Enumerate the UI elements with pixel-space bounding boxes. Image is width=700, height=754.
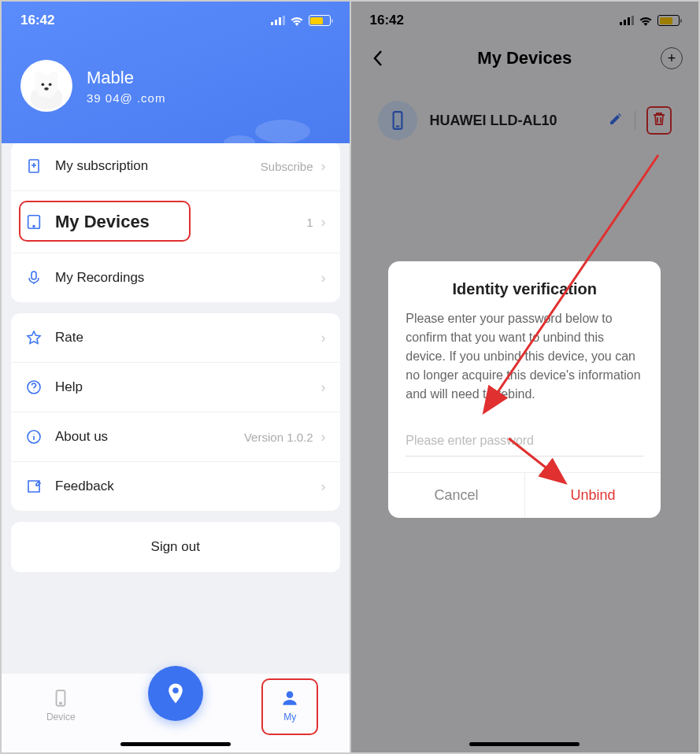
info-icon: [25, 428, 43, 445]
menu-label: Help: [55, 379, 321, 395]
screen-profile: 16:42 Mable 39 04@ .com: [2, 2, 351, 752]
menu-feedback[interactable]: Feedback ›: [11, 462, 340, 511]
device-count: 1: [306, 216, 313, 229]
menu-help[interactable]: Help ›: [11, 363, 340, 412]
cancel-button[interactable]: Cancel: [388, 473, 525, 518]
profile-email: 39 04@ .com: [87, 91, 165, 105]
svg-point-19: [172, 688, 179, 694]
menu-about[interactable]: About us Version 1.0.2 ›: [11, 412, 340, 462]
chevron-right-icon: ›: [321, 479, 326, 495]
unbind-button[interactable]: Unbind: [525, 473, 661, 518]
screen-devices: 16:42 My Devices + HUAWEI LLD-AL10 Ident…: [351, 2, 699, 752]
chevron-right-icon: ›: [321, 270, 326, 286]
svg-point-10: [44, 87, 49, 91]
svg-point-6: [35, 71, 43, 79]
chevron-right-icon: ›: [321, 214, 326, 231]
battery-icon: [309, 15, 331, 26]
avatar: [20, 60, 72, 112]
chevron-right-icon: ›: [321, 158, 326, 175]
help-icon: [25, 379, 43, 396]
header: 16:42 Mable 39 04@ .com: [2, 2, 350, 143]
status-bar: 16:42: [2, 2, 350, 36]
menu-extra: Subscribe: [261, 160, 313, 173]
menu-rate[interactable]: Rate ›: [11, 313, 340, 363]
pin-icon: [164, 682, 187, 705]
menu-recordings[interactable]: My Recordings ›: [11, 253, 340, 302]
svg-rect-0: [271, 22, 273, 25]
menu-label: My Recordings: [55, 270, 321, 286]
person-icon: [280, 688, 300, 708]
dialog-body: Please enter your password below to conf…: [388, 309, 661, 420]
svg-point-20: [287, 691, 294, 698]
svg-rect-3: [283, 16, 285, 25]
version-text: Version 1.0.2: [244, 431, 313, 444]
identity-verification-dialog: Identity verification Please enter your …: [388, 261, 661, 518]
tab-my[interactable]: My: [258, 688, 321, 723]
svg-rect-14: [31, 272, 36, 279]
menu-my-devices[interactable]: My Devices 1 ›: [11, 191, 340, 253]
svg-point-18: [60, 702, 61, 704]
profile-name: Mable: [87, 68, 165, 88]
device-icon: [50, 688, 71, 708]
menu-label: My subscription: [55, 158, 261, 174]
menu-content: My subscription Subscribe › My Devices 1…: [2, 132, 350, 593]
status-icons: [271, 15, 331, 26]
mic-icon: [25, 269, 43, 286]
menu-subscription[interactable]: My subscription Subscribe ›: [11, 142, 340, 191]
svg-rect-1: [275, 20, 277, 25]
menu-label: Rate: [55, 330, 321, 346]
svg-point-9: [49, 83, 52, 86]
star-icon: [25, 329, 43, 346]
menu-label: About us: [55, 429, 244, 445]
svg-point-8: [41, 83, 44, 86]
profile-section[interactable]: Mable 39 04@ .com: [2, 36, 350, 112]
tab-bar: Device My: [2, 674, 350, 752]
tablet-icon: [25, 213, 43, 231]
edit-icon: [25, 478, 43, 495]
signal-icon: [271, 16, 285, 25]
tab-locate[interactable]: [148, 666, 203, 721]
chevron-right-icon: ›: [321, 330, 326, 346]
wifi-icon: [290, 16, 304, 26]
signout-button[interactable]: Sign out: [11, 522, 340, 572]
bookmark-icon: [25, 157, 43, 175]
svg-point-13: [33, 226, 35, 227]
home-indicator: [120, 742, 231, 746]
tab-device[interactable]: Device: [29, 688, 92, 723]
dialog-title: Identity verification: [388, 261, 661, 309]
password-input[interactable]: [406, 426, 643, 456]
status-time: 16:42: [20, 13, 54, 28]
menu-label: My Devices: [55, 212, 306, 232]
svg-rect-2: [279, 17, 281, 25]
chevron-right-icon: ›: [321, 429, 326, 445]
chevron-right-icon: ›: [321, 379, 326, 396]
svg-point-7: [50, 71, 58, 79]
menu-label: Feedback: [55, 479, 321, 494]
